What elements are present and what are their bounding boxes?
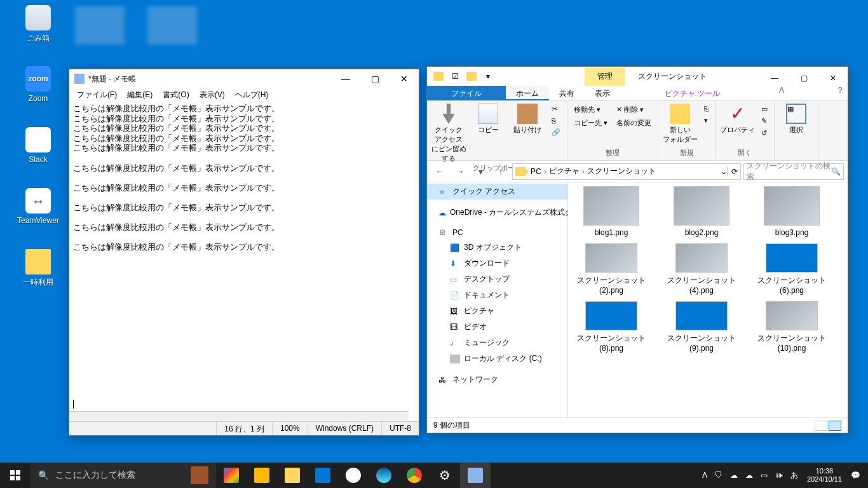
desktop-icon-temp-folder[interactable]: 一時利用 — [14, 249, 62, 288]
file-list[interactable]: blog1.pngblog2.pngblog3.pngスクリーンショット (2)… — [568, 182, 848, 417]
qat-folder-icon[interactable] — [431, 69, 446, 84]
menu-view[interactable]: 表示(V) — [194, 88, 230, 101]
task-copilot[interactable] — [216, 463, 247, 488]
properties-button[interactable]: ✓プロパティ — [719, 104, 755, 135]
easy-access-icon[interactable]: ▾ — [702, 115, 711, 126]
copy-button[interactable]: コピー — [470, 104, 506, 135]
qat-properties-icon[interactable]: ☑ — [447, 69, 463, 84]
tray-connect-icon[interactable]: ▭ — [757, 471, 771, 480]
search-input[interactable]: スクリーンショットの検索 🔍 — [743, 163, 844, 180]
task-edge[interactable] — [369, 463, 399, 488]
pin-to-quick-access-button[interactable]: クイック アクセス にピン留めする — [431, 104, 466, 163]
menu-edit[interactable]: 編集(E) — [122, 88, 158, 101]
navigation-tree[interactable]: ★クイック アクセス ☁OneDrive - カールシステムズ株式会社 🖥PC … — [427, 182, 568, 417]
recent-dropdown-icon[interactable]: ▾ — [471, 163, 489, 180]
tab-file[interactable]: ファイル — [427, 86, 506, 100]
cut-icon[interactable]: ✂ — [549, 104, 563, 114]
tree-videos[interactable]: 🎞ビデオ — [427, 319, 567, 335]
file-item[interactable]: blog1.png — [572, 186, 651, 237]
details-view-button[interactable] — [815, 421, 827, 431]
taskbar-search[interactable]: 🔍 ここに入力して検索 — [31, 463, 216, 488]
copy-to-button[interactable]: コピー先 ▾ — [571, 117, 610, 129]
new-item-icon[interactable]: ⎘ — [702, 104, 711, 114]
menu-file[interactable]: ファイル(F) — [72, 88, 122, 101]
tree-3d-objects[interactable]: 🟦3D オブジェクト — [427, 240, 567, 255]
tray-speaker-icon[interactable]: 🕪 — [771, 471, 787, 480]
menu-format[interactable]: 書式(O) — [158, 88, 194, 101]
scrollbar-horizontal[interactable] — [69, 411, 409, 421]
move-to-button[interactable]: 移動先 ▾ — [571, 104, 610, 116]
tray-onedrive-icon[interactable]: ☁ — [726, 471, 742, 480]
refresh-button[interactable]: ⟳ — [727, 167, 738, 176]
task-teamviewer[interactable] — [338, 463, 369, 488]
tree-desktop[interactable]: ▭デスクトップ — [427, 271, 567, 287]
explorer-titlebar[interactable]: ☑ ▾ 管理 スクリーンショット — ▢ ✕ — [427, 67, 848, 86]
notepad-titlebar[interactable]: *無題 - メモ帳 — ▢ ✕ — [69, 69, 419, 88]
tree-local-disk[interactable]: ローカル ディスク (C:) — [427, 351, 567, 367]
tree-pictures[interactable]: 🖼ピクチャ — [427, 303, 567, 319]
tray-notifications-icon[interactable]: 💬 — [847, 471, 864, 480]
tab-home[interactable]: ホーム — [506, 86, 549, 100]
start-button[interactable] — [0, 463, 31, 488]
tab-view[interactable]: 表示 — [585, 86, 620, 100]
ribbon-collapse-icon[interactable]: ᐱ — [774, 86, 789, 100]
file-item[interactable]: スクリーンショット (8).png — [572, 301, 651, 353]
task-sticky-notes[interactable] — [247, 463, 277, 488]
file-item[interactable]: blog2.png — [662, 186, 741, 237]
tab-share[interactable]: 共有 — [549, 86, 585, 100]
history-icon[interactable]: ↺ — [759, 128, 770, 139]
task-chrome[interactable] — [399, 463, 430, 488]
tree-onedrive[interactable]: ☁OneDrive - カールシステムズ株式会社 — [427, 205, 567, 220]
forward-button[interactable]: → — [451, 163, 469, 180]
tray-security-icon[interactable]: ⛉ — [711, 471, 726, 480]
tray-clock[interactable]: 10:382024/10/11 — [802, 467, 847, 484]
tree-downloads[interactable]: ⬇ダウンロード — [427, 255, 567, 271]
notepad-textarea[interactable]: こちらは解像度比較用の「メモ帳」表示サンプルです。 こちらは解像度比較用の「メモ… — [69, 101, 419, 421]
minimize-button[interactable]: — — [760, 70, 789, 83]
address-dropdown-icon[interactable]: ⌄ — [721, 167, 727, 176]
tray-onedrive2-icon[interactable]: ☁ — [742, 471, 757, 480]
tree-quick-access[interactable]: ★クイック アクセス — [427, 184, 567, 200]
file-item[interactable]: スクリーンショット (4).png — [662, 243, 741, 295]
file-item[interactable]: スクリーンショット (9).png — [662, 301, 741, 353]
desktop-icon-recycle-bin[interactable]: ごみ箱 — [14, 5, 62, 44]
up-button[interactable]: ↑ — [492, 163, 510, 180]
tray-overflow-icon[interactable]: ᐱ — [698, 471, 711, 480]
desktop-icon-zoom[interactable]: zoomZoom — [14, 66, 62, 103]
desktop-icon-slack[interactable]: Slack — [14, 127, 62, 164]
tree-documents[interactable]: 📄ドキュメント — [427, 287, 567, 303]
thumb-view-button[interactable] — [829, 421, 841, 431]
task-outlook[interactable] — [308, 463, 338, 488]
select-button[interactable]: ▦選択 — [778, 104, 814, 135]
tab-picture-tools[interactable]: ピクチャ ツール — [654, 86, 730, 100]
close-button[interactable]: ✕ — [390, 69, 419, 88]
paste-shortcut-icon[interactable]: 🔗 — [549, 127, 563, 138]
copy-path-icon[interactable]: ⎘ — [549, 116, 563, 126]
help-icon[interactable]: ? — [832, 86, 848, 100]
desktop-icon-teamviewer[interactable]: ↔TeamViewer — [14, 188, 62, 225]
delete-button[interactable]: ✕ 削除 ▾ — [614, 104, 654, 116]
file-item[interactable]: スクリーンショット (2).png — [572, 243, 651, 295]
file-item[interactable]: スクリーンショット (10).png — [752, 301, 831, 353]
task-notepad-active[interactable] — [460, 463, 491, 488]
back-button[interactable]: ← — [431, 163, 449, 180]
edit-icon[interactable]: ✎ — [759, 116, 770, 126]
minimize-button[interactable]: — — [331, 69, 360, 88]
open-icon[interactable]: ▭ — [759, 104, 770, 114]
breadcrumb[interactable]: ›PC ›ピクチャ ›スクリーンショット ⌄ ⟳ — [512, 163, 741, 180]
tree-music[interactable]: ♪ミュージック — [427, 335, 567, 351]
maximize-button[interactable]: ▢ — [789, 70, 818, 83]
menu-help[interactable]: ヘルプ(H) — [230, 88, 274, 101]
file-item[interactable]: blog3.png — [752, 186, 831, 237]
qat-dropdown-icon[interactable]: ▾ — [480, 69, 496, 84]
file-item[interactable]: スクリーンショット (6).png — [752, 243, 831, 295]
rename-button[interactable]: 名前の変更 — [614, 117, 654, 129]
paste-button[interactable]: 貼り付け — [510, 104, 545, 135]
task-explorer[interactable] — [277, 463, 308, 488]
qat-newfolder-icon[interactable] — [464, 69, 479, 84]
task-settings[interactable]: ⚙ — [430, 463, 460, 488]
new-folder-button[interactable]: 新しい フォルダー — [662, 104, 698, 144]
close-button[interactable]: ✕ — [818, 70, 848, 83]
tree-network[interactable]: 🖧ネットワーク — [427, 372, 567, 388]
tray-ime-icon[interactable]: あ — [787, 470, 802, 481]
